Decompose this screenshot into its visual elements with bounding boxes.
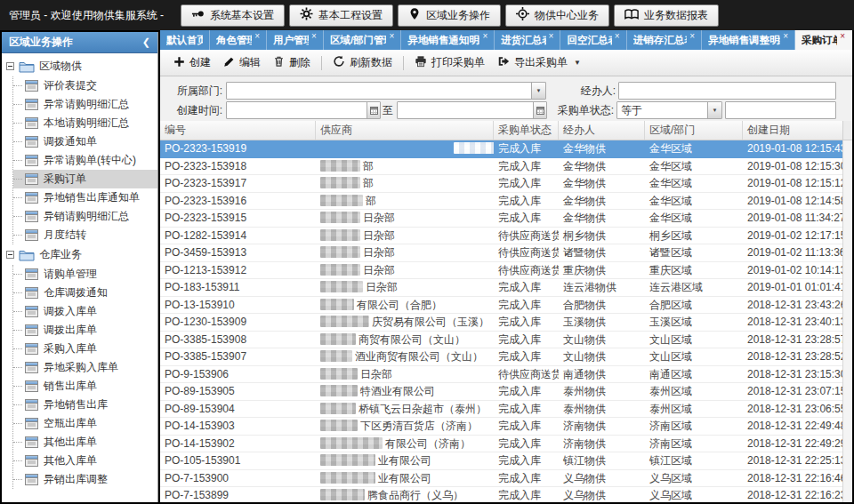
tab-close-icon[interactable]: × xyxy=(689,33,695,40)
tree-item[interactable]: 评价表提交 xyxy=(13,76,157,95)
table-row[interactable]: PO-1230-153909 庆贸易有限公司（玉溪） 完成入库 玉溪物供 玉溪区… xyxy=(160,314,842,332)
tree-item[interactable]: 异常请购明细汇总 xyxy=(13,95,157,114)
tree-item[interactable]: 仓库调拨通知 xyxy=(13,284,157,302)
table-row[interactable]: PO-9-153906 日杂部 待供应商送货 南通物供 南通区域 2018-12… xyxy=(160,366,842,384)
table-row[interactable]: PO-89-153905 特酒业有限公司 完成入库 泰州物供 泰州区域 2018… xyxy=(160,383,842,401)
tab-close-icon[interactable]: × xyxy=(615,33,620,40)
column-header-agent[interactable]: 经办人 xyxy=(559,121,645,140)
tab[interactable]: 默认首页 × xyxy=(160,30,210,50)
tab-close-icon[interactable]: × xyxy=(254,33,260,40)
tree-item[interactable]: 调拨入库单 xyxy=(13,302,157,321)
tree-item[interactable]: 月度结转 xyxy=(13,226,157,244)
table-row[interactable]: PO-2323-153916 部 完成入库 金华物供 金华区域 2019-01-… xyxy=(160,193,842,211)
edit-button[interactable]: 编辑 xyxy=(217,52,267,73)
tree-item[interactable]: 异地销售出库通知单 xyxy=(13,188,157,207)
tab[interactable]: 回空汇总表 × xyxy=(560,30,626,50)
collapse-toggle-icon[interactable] xyxy=(6,251,14,259)
table-row[interactable]: PO-183-153911 日杂部 完成入库 连云港物供 连云港区域 2019-… xyxy=(160,279,842,297)
delete-button[interactable]: 删除 xyxy=(267,52,317,73)
status-value-input[interactable] xyxy=(725,101,836,119)
table-row[interactable]: PO-7-153899 腾食品商行（义乌） 完成入库 义乌物供 义乌区域 201… xyxy=(160,487,842,502)
column-header-id[interactable]: 编号 xyxy=(160,121,316,140)
menu-supply-center[interactable]: 物供中心业务 xyxy=(505,4,609,27)
export-button[interactable]: 导出采购单 ▼ xyxy=(491,52,587,73)
dropdown-arrow-icon[interactable]: ▼ xyxy=(531,83,545,99)
calendar-icon[interactable] xyxy=(367,102,380,118)
tree-item[interactable]: 调拨出库单 xyxy=(13,321,157,340)
menu-regional-operations[interactable]: 区域业务操作 xyxy=(398,4,501,27)
tab[interactable]: 角色管理 × xyxy=(210,30,267,50)
table-row[interactable]: PO-3459-153913 日杂部 待供应商送货 诸暨物供 诸暨区域 2019… xyxy=(160,244,842,262)
table-row[interactable]: PO-105-153901 业有限公司 完成入库 镇江物供 镇江区域 2018-… xyxy=(160,452,842,470)
tree-folder[interactable]: 仓库业务 xyxy=(2,244,157,265)
table-row[interactable]: PO-2323-153918 部 完成入库 金华物供 金华区域 2019-01-… xyxy=(160,158,842,176)
tree-item[interactable]: 本地请购明细汇总 xyxy=(13,114,157,132)
tab-close-icon[interactable]: × xyxy=(783,33,788,40)
tree-item[interactable]: 异常请购单(转中心) xyxy=(13,151,157,170)
column-header-date[interactable]: 创建日期 xyxy=(743,121,852,140)
tree-item[interactable]: 其他入库单 xyxy=(13,452,157,470)
tree-item[interactable]: 采购订单 xyxy=(13,170,157,188)
tab-close-icon[interactable]: × xyxy=(311,33,317,40)
refresh-button[interactable]: 刷新数据 xyxy=(326,52,399,73)
tab[interactable]: 异地销售通知明细 × xyxy=(401,30,495,50)
collapse-toggle-icon[interactable] xyxy=(6,62,14,70)
tree-item-label: 请购单管理 xyxy=(44,267,97,282)
tab-close-icon[interactable]: × xyxy=(549,33,554,40)
menu-system-settings[interactable]: 系统基本设置 xyxy=(181,4,285,27)
table-row[interactable]: PO-3385-153908 商贸有限公司（文山） 完成入库 文山物供 文山区域… xyxy=(160,332,842,349)
tree-item[interactable]: 销售出库单 xyxy=(13,377,157,396)
table-row[interactable]: PO-2323-153917 部 完成入库 金华物供 金华区域 2019-01-… xyxy=(160,175,842,193)
status-op-combo[interactable]: 等于 ▼ xyxy=(616,101,722,119)
agent-input[interactable] xyxy=(618,82,836,100)
column-header-region[interactable]: 区域/部门 xyxy=(645,121,743,140)
folder-icon xyxy=(19,249,35,261)
create-button[interactable]: 创建 xyxy=(167,52,217,73)
tree-item[interactable]: 异销出库调整 xyxy=(13,470,157,489)
table-row[interactable]: PO-2323-153919 腾食品商行（金华） 完成入库 金华物供 金华区域 … xyxy=(160,140,842,158)
table-row[interactable]: PO-13-153910 有限公司（合肥） 完成入库 合肥物供 合肥区域 201… xyxy=(160,297,842,315)
tree-item[interactable]: 空瓶出库单 xyxy=(13,414,157,433)
table-row[interactable]: PO-14-153902 有限公司（济南） 完成入库 济南物供 济南区域 201… xyxy=(160,436,842,453)
tree-item[interactable]: 其他出库单 xyxy=(13,433,157,452)
tree-folder[interactable]: 区域物供 xyxy=(2,56,157,76)
tab[interactable]: 区域/部门管理 × xyxy=(324,30,401,50)
table-row[interactable]: PO-1213-153912 日杂部 待供应商送货 重庆物供 重庆区域 2019… xyxy=(160,262,842,280)
tree-item[interactable]: 请购单管理 xyxy=(13,265,157,284)
menu-engineering-settings[interactable]: 基本工程设置 xyxy=(289,4,393,27)
table-row[interactable]: PO-89-153904 桥镇飞云日杂超市（泰州） 完成入库 泰州物供 泰州区域… xyxy=(160,401,842,419)
column-header-status[interactable]: 采购单状态 xyxy=(494,121,559,140)
column-header-supplier[interactable]: 供应商 xyxy=(316,121,494,140)
table-row[interactable]: PO-1282-153914 日杂部 待供应商送货 桐乡物供 桐乡区域 2019… xyxy=(160,228,842,245)
table-row[interactable]: PO-14-153903 下区勇清百货店（济南） 完成入库 济南物供 济南区域 … xyxy=(160,418,842,436)
tab[interactable]: 进货汇总表 × xyxy=(495,30,560,50)
tab[interactable]: 异地销售调整明细 × xyxy=(702,30,795,50)
table-row[interactable]: PO-3385-153907 酒业商贸有限公司（文山） 完成入库 文山物供 文山… xyxy=(160,348,842,366)
vertical-scrollbar[interactable] xyxy=(842,140,852,502)
tree-item[interactable]: 异地采购入库单 xyxy=(13,358,157,377)
dept-combo[interactable]: ▼ xyxy=(226,82,546,100)
tree-item-label: 异地采购入库单 xyxy=(44,360,118,375)
table-row[interactable]: PO-2323-153915 日杂部 完成入库 金华物供 金华区域 2019-0… xyxy=(160,210,842,228)
nav-tree: 区域物供 评价表提交 异常请购明细汇总 xyxy=(2,53,157,489)
tab-close-icon[interactable]: × xyxy=(389,33,394,40)
tree-group: 仓库业务 请购单管理 仓库调拨通知 xyxy=(2,244,157,489)
tab-close-icon[interactable]: × xyxy=(482,33,487,40)
tree-item[interactable]: 异地销售出库 xyxy=(13,396,157,414)
dropdown-arrow-icon[interactable]: ▼ xyxy=(707,102,721,118)
redacted-text-block xyxy=(454,142,494,154)
collapse-sidebar-icon[interactable]: ❮ xyxy=(142,36,150,48)
tree-item[interactable]: 异销请购明细汇总 xyxy=(13,207,157,226)
table-row[interactable]: PO-7-153900 业有限公司 完成入库 义乌物供 义乌区域 2018-12… xyxy=(160,470,842,488)
tab[interactable]: 采购订单 × xyxy=(795,30,852,50)
tree-item[interactable]: 调拨通知单 xyxy=(13,132,157,151)
date-to-input[interactable] xyxy=(397,101,547,119)
tree-item[interactable]: 采购入库单 xyxy=(13,340,157,358)
tab[interactable]: 进销存汇总表 × xyxy=(627,30,702,50)
tab[interactable]: 用户管理 × xyxy=(267,30,324,50)
menu-label: 区域业务操作 xyxy=(426,8,490,23)
menu-business-reports[interactable]: 业务数据报表 xyxy=(614,4,719,27)
tab-close-icon[interactable]: × xyxy=(840,33,845,40)
print-button[interactable]: 打印采购单 xyxy=(408,52,491,73)
date-from-input[interactable] xyxy=(226,101,381,119)
